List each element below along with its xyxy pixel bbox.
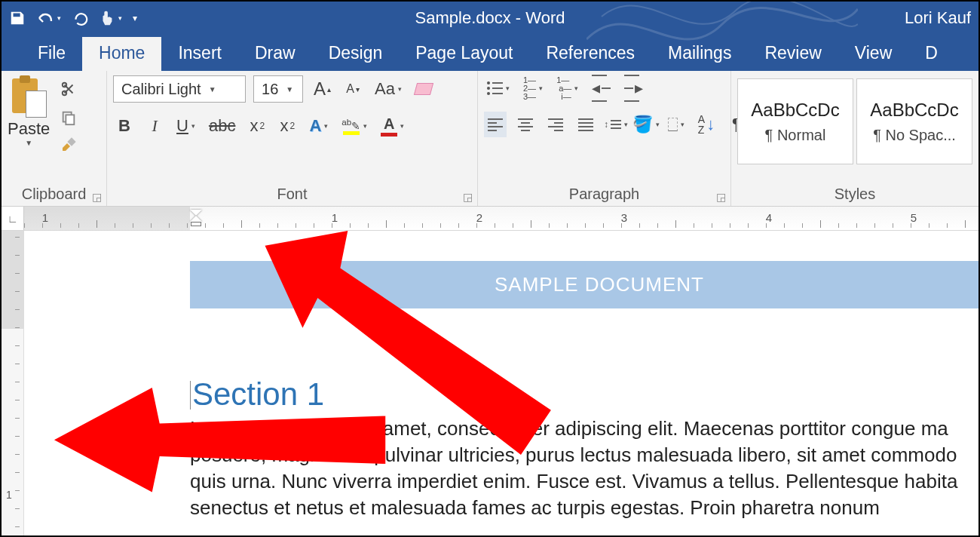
multilevel-button[interactable]: 1— a— i—▾ — [553, 75, 581, 101]
undo-button[interactable]: ▾ — [36, 11, 61, 26]
highlight-button[interactable]: ab✎▾ — [338, 113, 370, 139]
font-name-combo[interactable]: Calibri Light▼ — [113, 75, 246, 103]
group-paragraph: ▾ 1—2—3—▾ 1— a— i—▾ ◂ ▸ ↕▾ 🪣▾ ▾ — [478, 71, 731, 206]
shading-button[interactable]: 🪣▾ — [635, 112, 657, 137]
document-area: 1 SAMPLE DOCUMENT Section 1 Lorem ipsum … — [2, 231, 978, 535]
grow-font-button[interactable]: A▴ — [311, 76, 334, 102]
font-launcher[interactable]: ◲ — [463, 191, 473, 203]
tab-insert[interactable]: Insert — [161, 37, 238, 71]
tab-draw[interactable]: Draw — [238, 37, 312, 71]
svg-rect-4 — [68, 137, 76, 146]
bucket-icon: 🪣 — [632, 115, 653, 134]
group-clipboard: Paste ▼ Clipboard◲ — [2, 71, 107, 206]
bullets-button[interactable]: ▾ — [484, 75, 513, 101]
copy-icon — [60, 109, 77, 126]
tab-page-layout[interactable]: Page Layout — [399, 37, 529, 71]
document-header[interactable]: SAMPLE DOCUMENT — [190, 261, 978, 308]
undo-icon — [36, 11, 54, 26]
paste-button[interactable]: Paste — [8, 119, 50, 139]
strikethrough-button[interactable]: abc — [206, 113, 238, 139]
decrease-indent-button[interactable]: ◂ — [589, 75, 614, 101]
clipboard-launcher[interactable]: ◲ — [92, 191, 102, 203]
tab-selector[interactable]: ∟ — [2, 207, 24, 230]
group-label-paragraph: Paragraph◲ — [478, 184, 730, 206]
align-left-icon — [488, 118, 503, 131]
paste-dropdown[interactable]: ▼ — [25, 139, 32, 147]
text-effects-button[interactable]: A▾ — [306, 113, 331, 139]
save-button[interactable] — [9, 10, 26, 26]
ribbon-tab-bar: File Home Insert Draw Design Page Layout… — [2, 35, 978, 71]
italic-button[interactable]: I — [143, 113, 166, 139]
style-no-spacing[interactable]: AaBbCcDc ¶ No Spac... — [856, 78, 972, 164]
redo-icon — [72, 10, 88, 26]
customize-qat-button[interactable]: ▾ — [133, 13, 137, 23]
user-name: Lori Kauf — [905, 8, 971, 28]
format-painter-button[interactable] — [57, 136, 80, 157]
bullets-icon — [487, 81, 503, 95]
heading-section-1[interactable]: Section 1 — [190, 376, 978, 413]
superscript-button[interactable]: x2 — [276, 113, 299, 139]
paragraph-body[interactable]: Lorem ipsum dolor sit amet, consectetuer… — [190, 416, 978, 521]
style-normal[interactable]: AaBbCcDc ¶ Normal — [737, 78, 853, 164]
justify-icon — [578, 118, 593, 131]
subscript-button[interactable]: x2 — [246, 113, 268, 139]
bold-button[interactable]: B — [113, 113, 136, 139]
quick-access-toolbar: ▾ ▾ ▾ — [9, 10, 137, 26]
increase-indent-button[interactable]: ▸ — [621, 75, 646, 101]
paste-icon — [11, 75, 47, 118]
clear-format-button[interactable] — [412, 76, 435, 102]
align-center-icon — [518, 118, 533, 131]
tab-view[interactable]: View — [838, 37, 908, 71]
line-spacing-button[interactable]: ↕▾ — [605, 112, 627, 137]
tab-home[interactable]: Home — [82, 37, 161, 71]
tab-review[interactable]: Review — [748, 37, 838, 71]
tab-mailings[interactable]: Mailings — [651, 37, 748, 71]
outdent-icon: ◂ — [592, 75, 611, 102]
align-right-icon — [548, 118, 563, 131]
tab-file[interactable]: File — [21, 37, 82, 71]
tab-developer[interactable]: D — [908, 37, 954, 71]
change-case-button[interactable]: Aa▾ — [372, 76, 405, 102]
font-color-button[interactable]: A▾ — [378, 113, 407, 139]
tab-references[interactable]: References — [529, 37, 651, 71]
line-spacing-icon: ↕ — [604, 119, 621, 130]
brush-icon — [60, 137, 78, 155]
horizontal-ruler[interactable]: 112345 — [24, 207, 978, 230]
scissors-icon — [60, 81, 77, 97]
save-icon — [9, 10, 26, 26]
tab-design[interactable]: Design — [312, 37, 400, 71]
touch-mode-button[interactable]: ▾ — [99, 10, 122, 26]
paragraph-launcher[interactable]: ◲ — [716, 191, 726, 203]
sort-button[interactable]: AZ↓ — [695, 112, 718, 137]
font-size-combo[interactable]: 16▼ — [253, 75, 303, 103]
cut-button[interactable] — [57, 78, 80, 100]
touch-icon — [99, 10, 115, 26]
group-font: Calibri Light▼ 16▼ A▴ A▾ Aa▾ B I U▾ abc … — [107, 71, 478, 206]
borders-icon — [668, 118, 678, 131]
underline-button[interactable]: U▾ — [173, 113, 198, 139]
numbering-button[interactable]: 1—2—3—▾ — [520, 75, 546, 101]
group-label-styles: Styles — [731, 184, 978, 206]
align-center-button[interactable] — [514, 112, 537, 137]
indent-marker[interactable] — [190, 208, 202, 228]
copy-button[interactable] — [57, 107, 80, 128]
ruler-row: ∟ 112345 — [2, 207, 978, 231]
group-label-clipboard: Clipboard◲ — [2, 184, 106, 206]
redo-button[interactable] — [72, 10, 88, 26]
justify-button[interactable] — [574, 112, 597, 137]
align-right-button[interactable] — [544, 112, 567, 137]
eraser-icon — [414, 83, 433, 95]
borders-button[interactable]: ▾ — [665, 112, 688, 137]
shrink-font-button[interactable]: A▾ — [341, 76, 364, 102]
window-title: Sample.docx - Word — [415, 8, 565, 28]
sort-icon: AZ — [698, 114, 705, 135]
indent-icon: ▸ — [624, 75, 643, 102]
vertical-ruler[interactable]: 1 — [2, 231, 24, 535]
title-bar: ▾ ▾ ▾ Sample.docx - Word Lori Kauf — [2, 2, 978, 35]
group-label-font: Font◲ — [107, 184, 477, 206]
align-left-button[interactable] — [484, 112, 507, 137]
ribbon: Paste ▼ Clipboard◲ Calibri Light▼ 16▼ — [2, 71, 978, 207]
group-styles: AaBbCcDc ¶ Normal AaBbCcDc ¶ No Spac... … — [731, 71, 978, 206]
page-viewport[interactable]: SAMPLE DOCUMENT Section 1 Lorem ipsum do… — [24, 231, 978, 535]
page: SAMPLE DOCUMENT Section 1 Lorem ipsum do… — [24, 231, 978, 521]
